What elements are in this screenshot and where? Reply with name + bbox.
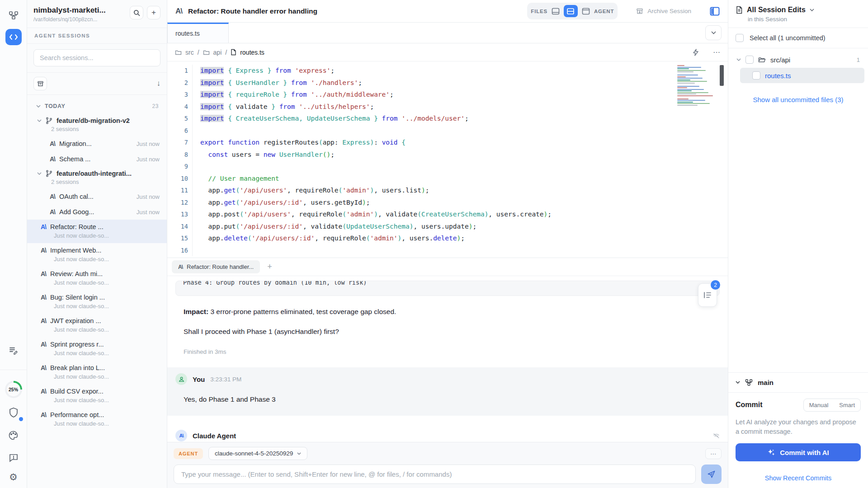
settings-gear-icon[interactable]: ⚙ — [9, 472, 18, 482]
select-all-checkbox[interactable] — [736, 34, 744, 42]
chevron-down-icon — [37, 172, 42, 175]
folder-name: src/api — [770, 56, 790, 64]
files-view-icon[interactable] — [552, 8, 560, 15]
session-item[interactable]: A\Build CSV expor...Just now claude-so..… — [27, 384, 167, 408]
editor-tab-bar: routes.ts — [167, 23, 728, 43]
search-icon[interactable] — [130, 6, 143, 19]
session-item[interactable]: A\Performance opt...Just now claude-so..… — [27, 408, 167, 431]
session-item[interactable]: A\OAuth cal...Just now — [27, 189, 167, 204]
chat-panel: A\ Refactor: Route handler... + Phase 4:… — [167, 258, 728, 488]
session-item[interactable]: A\Review: Auth mi...Just now claude-so..… — [27, 267, 167, 290]
paper-plane-icon — [707, 470, 716, 479]
editor-scrollbar[interactable] — [720, 65, 724, 86]
archive-session-button[interactable]: Archive Session — [636, 8, 691, 15]
session-item[interactable]: A\Schema ...Just now — [27, 151, 167, 167]
sessions-sidebar: nimbalyst-marketi... /var/folders/nq/100… — [27, 0, 167, 488]
feedback-icon[interactable] — [5, 450, 22, 466]
breadcrumb-file[interactable]: routes.ts — [240, 49, 264, 56]
view-mode-switcher: FILES AGENT — [527, 3, 618, 19]
session-item[interactable]: A\Migration...Just now — [27, 136, 167, 151]
new-chat-tab-button[interactable]: + — [267, 262, 272, 272]
folder-icon — [203, 49, 210, 55]
file-checkbox[interactable] — [752, 71, 760, 80]
composer: AGENT claude-sonnet-4-5-20250929 ⋯ — [167, 442, 728, 488]
edits-scope-selector[interactable]: All Session Edits — [736, 6, 861, 14]
sort-descending-icon[interactable]: ↓ — [157, 79, 161, 88]
agent-logo-icon: A\ — [41, 317, 46, 324]
split-view-icon[interactable] — [564, 5, 578, 17]
session-list: TODAY 23 feature/db-migration-v22 sessio… — [27, 95, 167, 488]
chevron-down-icon — [736, 58, 741, 61]
tab-list-dropdown[interactable] — [705, 25, 722, 40]
agent-logo-icon: A\ — [41, 388, 46, 395]
chat-messages[interactable]: Phase 4: Group routes by domain (10 min,… — [167, 276, 728, 442]
breadcrumb-api[interactable]: api — [213, 49, 222, 56]
message-input[interactable] — [174, 465, 696, 484]
code-line: 2import { UserHandler } from './handlers… — [167, 77, 728, 89]
palette-icon[interactable] — [5, 427, 22, 443]
code-line: 12 app.get('/api/users/:id', users.getBy… — [167, 197, 728, 209]
breadcrumb: src / api / routes.ts ⋯ — [167, 43, 728, 61]
agent-avatar: A\ — [175, 430, 187, 441]
show-recent-commits-link[interactable]: Show Recent Commits — [736, 468, 861, 488]
agent-view-icon[interactable] — [582, 8, 590, 15]
branch-row[interactable]: main — [728, 372, 868, 392]
select-all-label: Select all (1 uncommitted) — [750, 34, 826, 42]
session-title: Refactor: Route handler error handling — [188, 7, 317, 15]
model-selector[interactable]: claude-sonnet-4-5-20250929 — [208, 447, 307, 460]
archive-icon — [636, 8, 643, 15]
tree-folder-row[interactable]: src/api 1 — [732, 53, 864, 66]
edits-scope-title: All Session Edits — [747, 6, 806, 14]
session-item[interactable]: A\Add Goog...Just now — [27, 204, 167, 220]
tab-routes-ts[interactable]: routes.ts — [167, 23, 229, 43]
folder-checkbox[interactable] — [745, 56, 754, 64]
session-item[interactable]: A\Break plan into L...Just now claude-so… — [27, 361, 167, 384]
agent-logo-icon: A\ — [41, 341, 46, 348]
new-session-button[interactable]: + — [147, 6, 160, 19]
tree-file-row[interactable]: routes.ts — [740, 68, 864, 83]
session-item[interactable]: A\Bug: Silent login ...Just now claude-s… — [27, 290, 167, 314]
code-line: 11 app.get('/api/users', requireRole('ad… — [167, 184, 728, 197]
commit-with-ai-button[interactable]: Commit with AI — [736, 443, 861, 461]
session-item[interactable]: A\Sprint progress r...Just now claude-so… — [27, 337, 167, 361]
composer-more-menu-icon[interactable]: ⋯ — [705, 448, 722, 459]
code-line: 16 — [167, 244, 728, 257]
session-group[interactable]: feature/db-migration-v22 sessions — [27, 114, 167, 136]
day-count: 23 — [152, 103, 159, 109]
edit-list-icon[interactable] — [5, 343, 22, 359]
commit-section: Commit Manual Smart Let AI analyze your … — [728, 392, 868, 488]
archive-filter-icon[interactable] — [33, 77, 47, 90]
shield-icon[interactable] — [5, 404, 22, 421]
minimap[interactable] — [677, 65, 715, 106]
code-view-icon[interactable] — [5, 29, 22, 45]
session-group[interactable]: feature/oauth-integrati...2 sessions — [27, 167, 167, 189]
commit-mode-manual[interactable]: Manual — [804, 399, 834, 411]
day-header[interactable]: TODAY 23 — [27, 99, 167, 114]
breadcrumb-src[interactable]: src — [185, 49, 194, 56]
commit-mode-smart[interactable]: Smart — [834, 399, 860, 411]
agent-name: Claude Agent — [193, 432, 236, 440]
connection-icon — [713, 433, 720, 439]
show-all-uncommitted-link[interactable]: Show all uncommitted files (3) — [732, 96, 864, 103]
toggle-right-panel-icon[interactable] — [710, 7, 720, 16]
chat-tab-active[interactable]: A\ Refactor: Route handler... — [172, 260, 260, 273]
session-item[interactable]: A\Refactor: Route ...Just now claude-so.… — [27, 220, 167, 243]
search-sessions-input[interactable] — [33, 49, 160, 66]
send-button[interactable] — [701, 465, 722, 484]
code-line: 8 const users = new UserHandler(); — [167, 149, 728, 161]
session-item[interactable]: A\JWT expiration ...Just now claude-so..… — [27, 314, 167, 337]
clipped-code-text: Phase 4: Group routes by domain (10 min,… — [183, 281, 712, 287]
code-editor[interactable]: 1import { Express } from 'express';2impo… — [167, 61, 728, 258]
folder-icon — [175, 49, 182, 55]
folder-file-count: 1 — [857, 56, 860, 63]
git-graph-icon[interactable] — [5, 7, 22, 23]
editor-more-menu-icon[interactable]: ⋯ — [713, 48, 720, 56]
plan-steps-button[interactable]: 2 — [698, 283, 717, 307]
project-path: /var/folders/nq/100p8zcn... — [33, 16, 126, 23]
format-code-icon[interactable] — [692, 49, 699, 56]
model-name: claude-sonnet-4-5-20250929 — [215, 450, 293, 457]
agent-logo-icon: A\ — [175, 7, 182, 16]
usage-progress-ring[interactable]: 25% — [5, 381, 22, 398]
session-item[interactable]: A\Implement Web...Just now claude-so... — [27, 243, 167, 267]
code-line: 3import { requireRole } from '../auth/mi… — [167, 89, 728, 101]
